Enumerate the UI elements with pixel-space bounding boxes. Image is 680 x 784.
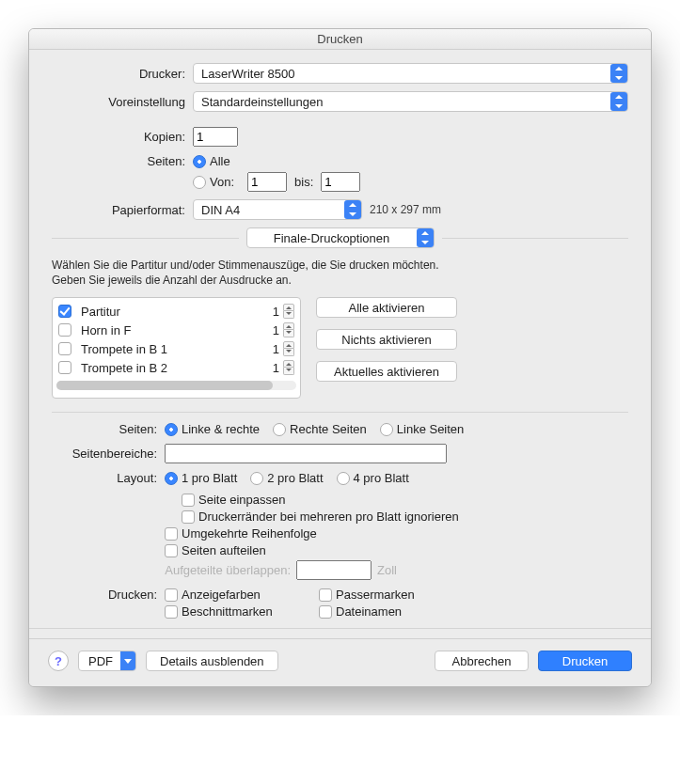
page-from-input[interactable]: [247, 172, 287, 192]
section-select-value: Finale-Druckoptionen: [247, 231, 417, 245]
label-overlap-unit: Zoll: [377, 563, 397, 577]
radio-icon: [250, 472, 263, 485]
chevron-updown-icon: [344, 200, 361, 219]
count-stepper[interactable]: [283, 341, 294, 356]
regmarks-check[interactable]: Passermarken: [319, 588, 415, 602]
label-to: bis:: [294, 175, 313, 189]
split-pages-check[interactable]: Seiten aufteilen: [165, 543, 266, 557]
checkbox-icon: [58, 342, 71, 355]
checkbox-icon: [182, 494, 195, 507]
print-button[interactable]: Drucken: [538, 651, 632, 671]
checkbox-icon: [182, 510, 195, 524]
radio-icon: [273, 423, 286, 436]
part-name: Horn in F: [75, 323, 268, 337]
radio-icon: [165, 423, 178, 436]
page-to-input[interactable]: [321, 172, 360, 192]
layout-1-radio[interactable]: 1 pro Blatt: [165, 471, 237, 485]
printer-select[interactable]: LaserWriter 8500: [193, 63, 628, 84]
checkbox-icon: [58, 323, 71, 337]
printer-select-value: LaserWriter 8500: [201, 67, 294, 81]
checkbox-icon: [165, 588, 178, 602]
list-item[interactable]: Partitur1: [56, 302, 296, 321]
reverse-order-check[interactable]: Umgekehrte Reihenfolge: [165, 526, 317, 541]
count-stepper[interactable]: [283, 360, 294, 375]
label-overlap: Aufgeteilte überlappen:: [165, 563, 296, 577]
radio-icon: [165, 472, 178, 485]
checkbox-icon: [165, 544, 178, 557]
part-count: 1: [268, 342, 279, 356]
label-paperformat: Papierformat:: [52, 203, 193, 217]
paper-select-value: DIN A4: [201, 203, 240, 217]
page-ranges-input[interactable]: [165, 444, 447, 463]
paper-dim-label: 210 x 297 mm: [370, 203, 441, 216]
checkbox-icon: [165, 527, 178, 541]
label-pages2: Seiten:: [52, 422, 165, 436]
activate-none-button[interactable]: Nichts aktivieren: [316, 329, 457, 350]
hint-line1: Wählen Sie die Partitur und/oder Stimmen…: [52, 258, 628, 273]
overlap-input[interactable]: [296, 560, 372, 580]
part-count: 1: [268, 323, 279, 337]
window-title: Drucken: [29, 29, 651, 50]
ignore-margins-check[interactable]: Druckerränder bei mehreren pro Blatt ign…: [182, 510, 459, 524]
part-name: Partitur: [75, 305, 268, 319]
checkbox-icon: [319, 605, 332, 619]
help-button[interactable]: ?: [48, 651, 69, 671]
pages-range-radio[interactable]: Von:: [193, 175, 234, 189]
checkbox-icon: [165, 605, 178, 619]
cancel-button[interactable]: Abbrechen: [435, 651, 529, 671]
pdf-dropdown[interactable]: PDF: [78, 651, 136, 671]
radio-icon: [193, 176, 206, 189]
copies-input[interactable]: [193, 127, 238, 147]
radio-icon: [337, 472, 350, 485]
pages-lr-radio[interactable]: Linke & rechte: [165, 422, 260, 436]
paper-select[interactable]: DIN A4: [193, 199, 362, 220]
hide-details-button[interactable]: Details ausblenden: [146, 651, 278, 671]
label-ranges: Seitenbereiche:: [52, 447, 165, 461]
radio-icon: [380, 423, 393, 436]
label-printer: Drucker:: [52, 67, 193, 81]
list-item[interactable]: Horn in F1: [56, 321, 296, 339]
activate-current-button[interactable]: Aktuelles aktivieren: [316, 361, 457, 382]
label-print: Drucken:: [52, 588, 165, 602]
part-name: Trompete in B 2: [75, 361, 268, 375]
section-select[interactable]: Finale-Druckoptionen: [246, 227, 435, 248]
checkbox-icon: [58, 305, 71, 318]
chevron-updown-icon: [417, 228, 434, 247]
checkbox-icon: [319, 588, 332, 602]
pages-right-radio[interactable]: Rechte Seiten: [273, 422, 367, 436]
list-item[interactable]: Trompete in B 11: [56, 339, 296, 358]
chevron-down-icon: [120, 651, 135, 670]
count-stepper[interactable]: [283, 322, 294, 337]
label-pages: Seiten:: [52, 154, 193, 168]
hint-line2: Geben Sie jeweils die Anzahl der Ausdruc…: [52, 273, 628, 288]
preset-select[interactable]: Standardeinstellungen: [193, 91, 628, 112]
label-layout: Layout:: [52, 471, 165, 485]
layout-2-radio[interactable]: 2 pro Blatt: [250, 471, 323, 485]
part-count: 1: [268, 361, 279, 375]
label-preset: Voreinstellung: [52, 95, 193, 109]
pdf-dropdown-label: PDF: [88, 654, 113, 668]
filenames-check[interactable]: Dateinamen: [319, 604, 402, 619]
part-name: Trompete in B 1: [75, 342, 268, 356]
horizontal-scrollbar[interactable]: [56, 381, 296, 390]
preset-select-value: Standardeinstellungen: [201, 95, 323, 109]
parts-list[interactable]: Partitur1Horn in F1Trompete in B 11Tromp…: [52, 297, 301, 399]
count-stepper[interactable]: [283, 304, 294, 319]
cropmarks-check[interactable]: Beschnittmarken: [165, 604, 306, 619]
pages-left-radio[interactable]: Linke Seiten: [380, 422, 465, 436]
chevron-updown-icon: [610, 92, 627, 111]
label-copies: Kopien:: [52, 130, 193, 144]
radio-icon: [193, 155, 206, 168]
layout-4-radio[interactable]: 4 pro Blatt: [337, 471, 409, 485]
activate-all-button[interactable]: Alle aktivieren: [316, 297, 457, 318]
checkbox-icon: [58, 361, 71, 374]
display-colors-check[interactable]: Anzeigefarben: [165, 588, 306, 602]
print-dialog: Drucken Drucker: LaserWriter 8500 Vorein…: [28, 28, 652, 687]
fit-page-check[interactable]: Seite einpassen: [182, 493, 286, 507]
list-item[interactable]: Trompete in B 21: [56, 358, 296, 377]
chevron-updown-icon: [610, 64, 627, 83]
pages-all-radio[interactable]: Alle: [193, 154, 230, 168]
part-count: 1: [268, 305, 279, 319]
